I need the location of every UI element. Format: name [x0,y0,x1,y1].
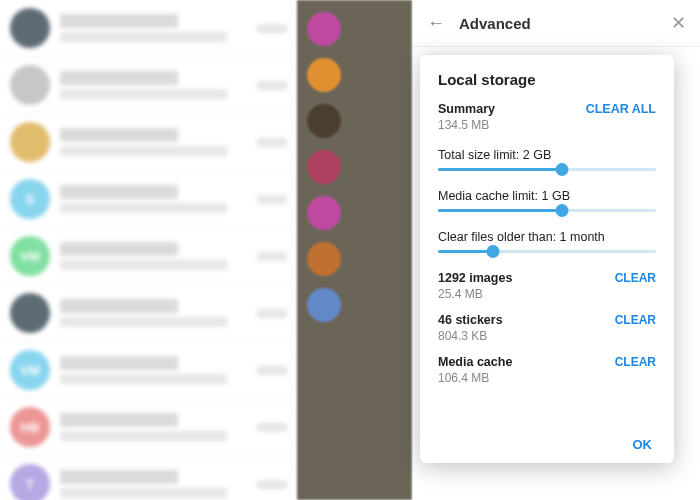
file-label: Media cache [438,355,512,369]
close-icon[interactable]: ✕ [671,12,686,34]
clear-older-slider-group: Clear files older than: 1 month [438,230,656,253]
total-size-slider-group: Total size limit: 2 GB [438,148,656,171]
back-icon[interactable]: ← [427,13,445,34]
chat-item[interactable]: T [0,456,297,500]
chat-item[interactable]: VM [0,342,297,399]
avatar [307,104,341,138]
avatar [10,8,50,48]
modal-footer: OK [438,435,656,453]
chat-item[interactable]: S [0,171,297,228]
ok-button[interactable]: OK [629,431,657,458]
clear-button[interactable]: CLEAR [615,313,656,327]
slider-thumb[interactable] [556,204,569,217]
avatar: VM [10,350,50,390]
avatar: T [10,464,50,500]
avatar [307,288,341,322]
file-label: 1292 images [438,271,512,285]
slider-fill [438,250,493,253]
avatar [307,196,341,230]
file-row: 46 stickers804.3 KBCLEAR [438,313,656,343]
slider-thumb[interactable] [556,163,569,176]
chat-item[interactable] [0,57,297,114]
chat-item[interactable] [0,114,297,171]
settings-header: ← Advanced ✕ [413,0,700,47]
media-cache-slider-group: Media cache limit: 1 GB [438,189,656,212]
avatar: HB [10,407,50,447]
summary-row: Summary 134.5 MB CLEAR ALL [438,102,656,132]
avatar [307,150,341,184]
avatar: S [10,179,50,219]
avatar [307,12,341,46]
clear-button[interactable]: CLEAR [615,355,656,369]
chat-list: SVMVMHBT [0,0,297,500]
file-label: 46 stickers [438,313,503,327]
file-row: Media cache106.4 MBCLEAR [438,355,656,385]
chat-item[interactable]: VM [0,228,297,285]
slider-thumb[interactable] [486,245,499,258]
summary-size: 134.5 MB [438,118,495,132]
clear-button[interactable]: CLEAR [615,271,656,285]
modal-title: Local storage [438,71,656,88]
chat-item[interactable] [0,0,297,57]
local-storage-modal: Local storage Summary 134.5 MB CLEAR ALL… [420,55,674,463]
file-row: 1292 images25.4 MBCLEAR [438,271,656,301]
avatar [10,122,50,162]
slider-label: Total size limit: 2 GB [438,148,656,162]
slider-track[interactable] [438,209,656,212]
slider-track[interactable] [438,168,656,171]
chat-item[interactable]: HB [0,399,297,456]
avatar [10,65,50,105]
slider-fill [438,168,562,171]
clear-all-button[interactable]: CLEAR ALL [586,102,656,116]
avatar [307,58,341,92]
settings-title: Advanced [459,15,671,32]
slider-label: Media cache limit: 1 GB [438,189,656,203]
file-size: 106.4 MB [438,371,512,385]
avatar: VM [10,236,50,276]
slider-label: Clear files older than: 1 month [438,230,656,244]
summary-label: Summary [438,102,495,116]
avatar [10,293,50,333]
file-size: 25.4 MB [438,287,512,301]
slider-fill [438,209,562,212]
message-column [297,0,412,500]
file-size: 804.3 KB [438,329,503,343]
chat-item[interactable] [0,285,297,342]
avatar [307,242,341,276]
slider-track[interactable] [438,250,656,253]
